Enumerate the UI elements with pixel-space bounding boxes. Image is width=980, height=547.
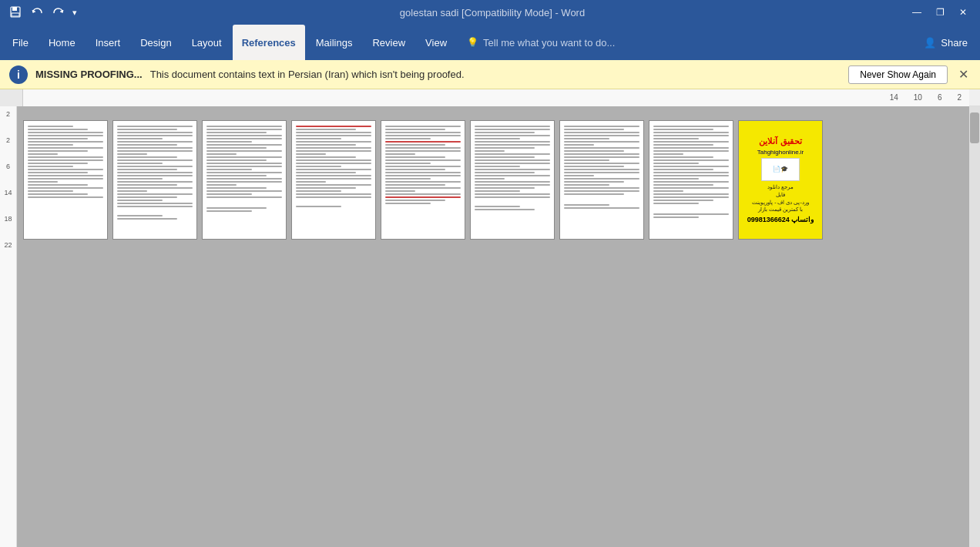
page-line (117, 141, 193, 143)
page-line (28, 132, 103, 133)
never-show-again-button[interactable]: Never Show Again (848, 65, 948, 84)
page-line (653, 135, 729, 136)
page-line (564, 138, 609, 139)
page-thumb-3[interactable] (202, 120, 287, 240)
page-line (206, 184, 237, 186)
page-line (653, 193, 729, 195)
pages-row: تحقیق آنلاین Tahghighonline.ir 📄🎓 مرجع د… (23, 120, 823, 240)
page-line (564, 163, 639, 164)
page-line (296, 163, 371, 164)
page-line (653, 213, 729, 215)
page-line (564, 126, 639, 127)
page-line (564, 153, 639, 155)
minimize-button[interactable]: — (906, 2, 928, 23)
svg-rect-2 (12, 13, 19, 16)
page-line (206, 138, 282, 139)
page-line (206, 159, 267, 161)
page-line (206, 150, 282, 152)
page-line (206, 178, 282, 180)
page-line (564, 129, 624, 130)
page-line (653, 178, 699, 180)
vertical-scrollbar[interactable] (969, 106, 980, 547)
save-icon[interactable] (6, 3, 25, 22)
page-line (117, 178, 163, 180)
page-line (206, 147, 267, 149)
window-controls: — ❐ ✕ (906, 2, 974, 23)
page-line (385, 166, 461, 167)
page-line (475, 175, 550, 176)
share-button[interactable]: 👤 Share (915, 25, 977, 60)
quick-access-dropdown[interactable]: ▾ (71, 8, 79, 18)
page-line (475, 129, 550, 130)
page-line (28, 166, 73, 167)
page-line (296, 138, 341, 139)
page-line (653, 141, 729, 143)
page-line (28, 193, 88, 195)
page-line (475, 172, 535, 173)
page-line (206, 144, 282, 146)
page-line (296, 206, 341, 207)
page-line (385, 200, 445, 201)
page-line (206, 132, 267, 133)
page-thumb-4[interactable] (291, 120, 376, 240)
tab-layout[interactable]: Layout (183, 25, 231, 60)
page-line (117, 203, 193, 204)
page-thumb-7[interactable] (559, 120, 644, 240)
ruler-num-10: 10 (914, 93, 922, 102)
page-line (475, 144, 550, 146)
page-line (206, 126, 282, 127)
tab-insert[interactable]: Insert (86, 25, 130, 60)
page-line (653, 181, 729, 183)
page-line (117, 126, 193, 127)
tab-review[interactable]: Review (363, 25, 414, 60)
page-line (296, 184, 371, 186)
ad-logo: 📄🎓 (761, 158, 800, 181)
tab-home[interactable]: Home (39, 25, 85, 60)
page-line (206, 129, 282, 130)
page-line (564, 147, 639, 149)
page-line (117, 138, 163, 139)
page-line (475, 181, 550, 183)
page-line (28, 150, 88, 152)
redo-icon[interactable] (49, 3, 68, 22)
page-line (28, 153, 58, 155)
page-line (564, 184, 609, 186)
notification-close-icon[interactable]: ✕ (955, 67, 971, 82)
page-line (564, 207, 639, 209)
restore-button[interactable]: ❐ (929, 2, 951, 23)
page-line (296, 196, 371, 198)
page-line (206, 181, 282, 183)
tab-references[interactable]: References (233, 25, 305, 60)
page-line (296, 193, 371, 195)
page-line (117, 147, 193, 149)
page-line (385, 132, 461, 133)
page-thumb-9-ad[interactable]: تحقیق آنلاین Tahghighonline.ir 📄🎓 مرجع د… (738, 120, 823, 240)
scrollbar-thumb[interactable] (970, 112, 979, 143)
ad-phone: واتساپ 09981366624 (747, 216, 814, 223)
page-line (28, 144, 73, 146)
page-line (117, 187, 193, 189)
page-line (28, 138, 88, 139)
page-thumb-2[interactable] (112, 120, 197, 240)
page-line (296, 132, 371, 133)
tab-design[interactable]: Design (131, 25, 180, 60)
close-button[interactable]: ✕ (952, 2, 974, 23)
tab-view[interactable]: View (416, 25, 456, 60)
page-thumb-5[interactable] (381, 120, 465, 240)
tab-mailings[interactable]: Mailings (307, 25, 362, 60)
page-line (385, 190, 415, 192)
undo-icon[interactable] (28, 3, 46, 22)
page-thumb-8[interactable] (649, 120, 733, 240)
page-line (28, 196, 103, 198)
page-line (653, 156, 713, 158)
page-line (296, 153, 326, 155)
page-thumb-1[interactable] (23, 120, 108, 240)
page-line (296, 159, 371, 161)
page-line (28, 129, 88, 130)
page-thumb-6[interactable] (470, 120, 555, 240)
tab-file[interactable]: File (3, 25, 38, 60)
page-line (385, 126, 461, 127)
page-line (653, 163, 699, 164)
ribbon-search[interactable]: 💡 Tell me what you want to do... (458, 25, 913, 60)
page-line (117, 169, 177, 170)
